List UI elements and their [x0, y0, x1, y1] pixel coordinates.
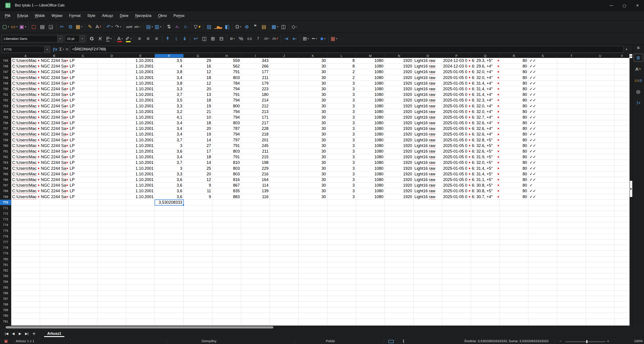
cell[interactable] — [298, 245, 328, 251]
cell[interactable] — [184, 313, 212, 318]
cell[interactable]: 2025-01-05 0 — [442, 126, 471, 132]
cell[interactable]: 18 — [184, 120, 212, 126]
cell[interactable] — [98, 177, 126, 183]
cell[interactable] — [212, 302, 241, 307]
cell[interactable]: 30 — [298, 160, 328, 165]
cell[interactable]: 3 — [328, 188, 356, 194]
cell[interactable] — [270, 279, 298, 284]
cell[interactable] — [471, 256, 500, 262]
cell[interactable]: Light16 raw — [414, 194, 442, 200]
cell[interactable] — [241, 313, 270, 318]
cell[interactable] — [328, 256, 356, 262]
cell[interactable] — [241, 239, 270, 245]
cell[interactable] — [586, 58, 615, 64]
cell[interactable] — [471, 222, 500, 228]
cell[interactable] — [40, 307, 69, 313]
cell[interactable]: 30 — [298, 81, 328, 86]
insert-comment-icon[interactable]: ❞ — [251, 22, 260, 32]
cell[interactable] — [212, 256, 241, 262]
cell[interactable] — [11, 279, 40, 284]
cell[interactable] — [328, 251, 356, 256]
cell[interactable]: Light16 raw — [414, 126, 442, 132]
column-header-A[interactable]: A — [11, 54, 40, 58]
first-sheet-button[interactable]: |◀ — [3, 330, 10, 337]
cell[interactable] — [356, 268, 385, 273]
cell[interactable]: 1080 — [356, 86, 385, 92]
sheet-tab-arkusz1[interactable]: Arkusz1 — [44, 329, 64, 338]
cell[interactable] — [126, 279, 155, 284]
cell[interactable]: LP — [69, 166, 98, 171]
cell[interactable]: 3,4 — [155, 126, 184, 132]
cell[interactable] — [528, 239, 557, 245]
cell[interactable]: 30 — [298, 154, 328, 160]
cell[interactable]: 25 — [184, 166, 212, 171]
cell[interactable]: Light16 raw — [414, 81, 442, 86]
cell[interactable] — [385, 234, 414, 239]
cell[interactable]: Light16 raw — [414, 160, 442, 165]
cell[interactable] — [98, 149, 126, 154]
cell[interactable] — [241, 217, 270, 222]
paste-icon[interactable]: ▦▾ — [75, 22, 83, 32]
cell[interactable] — [298, 313, 328, 318]
cell[interactable] — [356, 302, 385, 307]
cell[interactable] — [414, 217, 442, 222]
cell[interactable] — [270, 115, 298, 120]
cell[interactable] — [11, 296, 40, 302]
cell[interactable] — [98, 58, 126, 64]
cell[interactable]: Light16 raw — [414, 115, 442, 120]
row-header-776[interactable]: 776 — [0, 234, 11, 239]
cell[interactable] — [155, 273, 184, 279]
cell[interactable] — [557, 69, 586, 75]
cell[interactable] — [500, 302, 528, 307]
row-header-749[interactable]: 749 — [0, 81, 11, 86]
cell[interactable] — [385, 296, 414, 302]
column-header-C[interactable]: C — [69, 54, 98, 58]
cell[interactable]: 803 — [212, 171, 241, 177]
cell[interactable] — [155, 222, 184, 228]
cell[interactable]: 245 — [241, 143, 270, 149]
cell[interactable] — [356, 200, 385, 205]
unmerge-cells-icon[interactable]: ⊟ — [217, 34, 226, 44]
cell[interactable] — [385, 313, 414, 318]
cell[interactable]: LP — [69, 126, 98, 132]
cell[interactable] — [155, 302, 184, 307]
row-header-745[interactable]: 745 — [0, 58, 11, 64]
cell[interactable]: 803 — [212, 149, 241, 154]
row-header-791[interactable]: 791 — [0, 319, 11, 324]
cell[interactable]: 1.10.2001 — [126, 115, 155, 120]
cell[interactable]: 3 — [328, 137, 356, 143]
cell[interactable] — [40, 313, 69, 318]
cell[interactable]: 791 — [212, 92, 241, 98]
cell[interactable]: 80 — [500, 109, 528, 115]
cell[interactable]: 3,6 — [155, 177, 184, 183]
cell[interactable] — [414, 256, 442, 262]
cell[interactable] — [442, 268, 471, 273]
cell[interactable] — [155, 239, 184, 245]
cell[interactable] — [98, 313, 126, 318]
cell[interactable] — [586, 256, 615, 262]
cell[interactable] — [270, 211, 298, 217]
cell[interactable]: ✓✓ — [528, 75, 557, 81]
cell[interactable] — [586, 92, 615, 98]
cell[interactable]: 216 — [241, 171, 270, 177]
cell[interactable]: 30 — [298, 69, 328, 75]
cell[interactable] — [155, 251, 184, 256]
cell[interactable] — [614, 302, 629, 307]
cell[interactable] — [270, 160, 298, 165]
cell[interactable]: 14 — [184, 160, 212, 165]
cell[interactable] — [356, 228, 385, 234]
cell[interactable] — [126, 222, 155, 228]
text-language[interactable]: Polski — [326, 339, 335, 343]
cell[interactable] — [11, 268, 40, 273]
cell[interactable] — [356, 222, 385, 228]
row-header-751[interactable]: 751 — [0, 92, 11, 98]
row-header-771[interactable]: 771 — [0, 205, 11, 211]
cell[interactable] — [414, 251, 442, 256]
cell[interactable] — [11, 262, 40, 268]
cell[interactable]: 6: 31.9, +5° — [471, 154, 500, 160]
cell[interactable] — [614, 132, 629, 137]
cell[interactable]: 1.10.2001 — [126, 92, 155, 98]
cell[interactable]: 1920 — [385, 132, 414, 137]
cell[interactable] — [385, 228, 414, 234]
cell[interactable]: 2025-01-05 0 — [442, 171, 471, 177]
